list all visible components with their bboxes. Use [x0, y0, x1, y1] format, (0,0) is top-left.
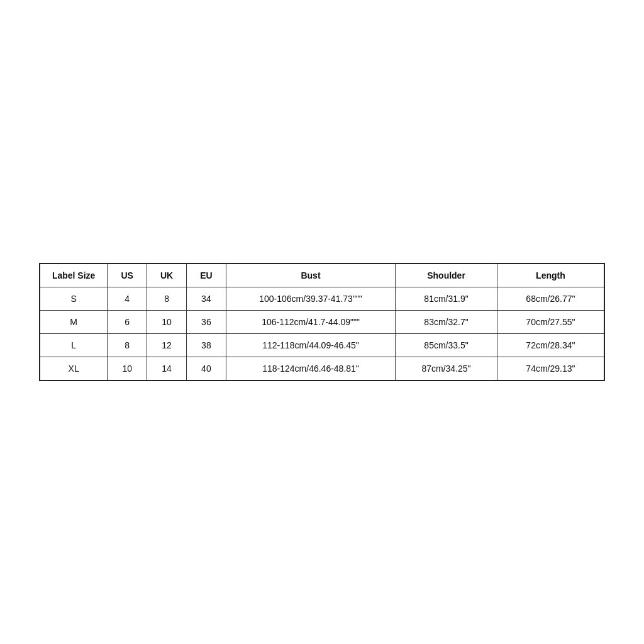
- header-label-size: Label Size: [40, 264, 108, 287]
- cell-label: M: [40, 311, 108, 334]
- header-uk: UK: [147, 264, 187, 287]
- header-us: US: [108, 264, 147, 287]
- table-row: XL101440118-124cm/46.46-48.81"87cm/34.25…: [40, 357, 604, 381]
- cell-length: 72cm/28.34": [497, 334, 604, 357]
- cell-uk: 14: [147, 357, 187, 381]
- size-chart-table: Label Size US UK EU Bust Shoulder Length…: [39, 263, 605, 381]
- header-bust: Bust: [226, 264, 395, 287]
- table-header-row: Label Size US UK EU Bust Shoulder Length: [40, 264, 604, 287]
- cell-us: 8: [108, 334, 147, 357]
- cell-length: 68cm/26.77": [497, 287, 604, 311]
- cell-bust: 118-124cm/46.46-48.81": [226, 357, 395, 381]
- cell-eu: 34: [186, 287, 226, 311]
- cell-shoulder: 83cm/32.7": [396, 311, 497, 334]
- cell-bust: 112-118cm/44.09-46.45": [226, 334, 395, 357]
- cell-bust: 106-112cm/41.7-44.09""": [226, 311, 395, 334]
- cell-length: 74cm/29.13": [497, 357, 604, 381]
- cell-label: XL: [40, 357, 108, 381]
- header-shoulder: Shoulder: [396, 264, 497, 287]
- cell-uk: 12: [147, 334, 187, 357]
- cell-label: L: [40, 334, 108, 357]
- table-row: M61036106-112cm/41.7-44.09"""83cm/32.7"7…: [40, 311, 604, 334]
- cell-eu: 36: [186, 311, 226, 334]
- cell-shoulder: 85cm/33.5": [396, 334, 497, 357]
- cell-us: 10: [108, 357, 147, 381]
- table-row: L81238112-118cm/44.09-46.45"85cm/33.5"72…: [40, 334, 604, 357]
- header-eu: EU: [186, 264, 226, 287]
- cell-label: S: [40, 287, 108, 311]
- cell-eu: 40: [186, 357, 226, 381]
- cell-length: 70cm/27.55": [497, 311, 604, 334]
- cell-us: 4: [108, 287, 147, 311]
- size-chart-container: Label Size US UK EU Bust Shoulder Length…: [39, 263, 605, 381]
- cell-bust: 100-106cm/39.37-41.73""": [226, 287, 395, 311]
- table-row: S4834100-106cm/39.37-41.73"""81cm/31.9"6…: [40, 287, 604, 311]
- cell-eu: 38: [186, 334, 226, 357]
- cell-shoulder: 81cm/31.9": [396, 287, 497, 311]
- cell-uk: 8: [147, 287, 187, 311]
- cell-us: 6: [108, 311, 147, 334]
- cell-uk: 10: [147, 311, 187, 334]
- header-length: Length: [497, 264, 604, 287]
- cell-shoulder: 87cm/34.25": [396, 357, 497, 381]
